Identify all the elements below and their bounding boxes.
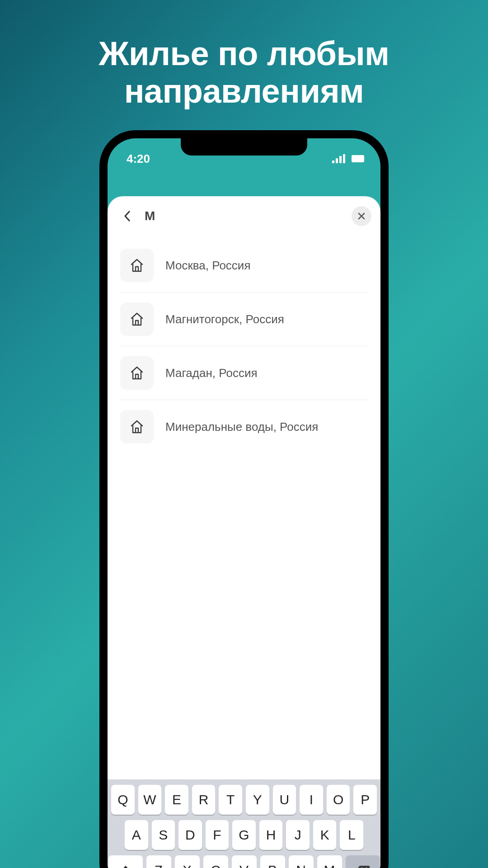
search-results-list: Москва, Россия Магнитогорск, Россия Мага… (108, 236, 380, 453)
search-result-item[interactable]: Магадан, Россия (120, 346, 368, 400)
key-q[interactable]: Q (111, 785, 135, 815)
key-t[interactable]: T (219, 785, 242, 815)
key-i[interactable]: I (300, 785, 323, 815)
key-e[interactable]: E (165, 785, 188, 815)
key-b[interactable]: B (260, 855, 285, 868)
search-input[interactable] (145, 209, 343, 223)
shift-icon (120, 864, 131, 868)
search-result-label: Магадан, Россия (165, 366, 257, 380)
house-icon (120, 302, 154, 336)
key-m[interactable]: M (317, 855, 342, 868)
search-result-item[interactable]: Минеральные воды, Россия (120, 400, 368, 453)
chevron-left-icon (123, 210, 132, 222)
on-screen-keyboard: QWERTYUIOP ASDFGHJKL ZXCVBNM (108, 779, 380, 868)
search-result-label: Минеральные воды, Россия (165, 420, 318, 434)
keyboard-row: QWERTYUIOP (111, 785, 377, 815)
key-h[interactable]: H (259, 820, 283, 850)
phone-screen: 4:20 (108, 138, 380, 868)
key-g[interactable]: G (232, 820, 256, 850)
key-u[interactable]: U (273, 785, 296, 815)
key-a[interactable]: A (125, 820, 148, 850)
key-y[interactable]: Y (246, 785, 269, 815)
search-row (108, 196, 380, 236)
backspace-icon (355, 865, 371, 868)
phone-frame: 4:20 (99, 130, 389, 868)
key-n[interactable]: N (289, 855, 314, 868)
search-result-label: Москва, Россия (165, 259, 250, 273)
shift-key[interactable] (108, 855, 143, 868)
key-v[interactable]: V (232, 855, 257, 868)
cellular-signal-icon (332, 154, 345, 163)
search-result-item[interactable]: Москва, Россия (120, 239, 368, 292)
close-icon (357, 212, 366, 220)
keyboard-row: ASDFGHJKL (111, 820, 377, 850)
key-r[interactable]: R (192, 785, 216, 815)
house-icon (120, 356, 154, 390)
key-f[interactable]: F (206, 820, 229, 850)
key-d[interactable]: D (178, 820, 202, 850)
key-w[interactable]: W (138, 785, 162, 815)
key-x[interactable]: X (175, 855, 200, 868)
backspace-key[interactable] (346, 855, 380, 868)
key-o[interactable]: O (327, 785, 350, 815)
back-button[interactable] (118, 207, 136, 225)
key-l[interactable]: L (340, 820, 363, 850)
status-right-cluster (332, 154, 364, 163)
keyboard-row: ZXCVBNM (111, 855, 377, 868)
key-j[interactable]: J (286, 820, 310, 850)
status-time: 4:20 (127, 152, 150, 166)
key-k[interactable]: K (313, 820, 337, 850)
search-sheet: Москва, Россия Магнитогорск, Россия Мага… (108, 196, 380, 868)
key-z[interactable]: Z (146, 855, 171, 868)
house-icon (120, 410, 154, 443)
key-s[interactable]: S (152, 820, 175, 850)
house-icon (120, 249, 154, 282)
battery-icon (352, 155, 364, 162)
key-p[interactable]: P (353, 785, 377, 815)
clear-search-button[interactable] (352, 206, 371, 226)
key-c[interactable]: C (203, 855, 228, 868)
search-result-label: Магнитогорск, Россия (165, 312, 284, 326)
marketing-headline: Жилье по любым направлениям (0, 0, 488, 110)
search-result-item[interactable]: Магнитогорск, Россия (120, 292, 368, 346)
keyboard-row-middle: ZXCVBNM (146, 855, 342, 868)
phone-notch (181, 138, 307, 156)
